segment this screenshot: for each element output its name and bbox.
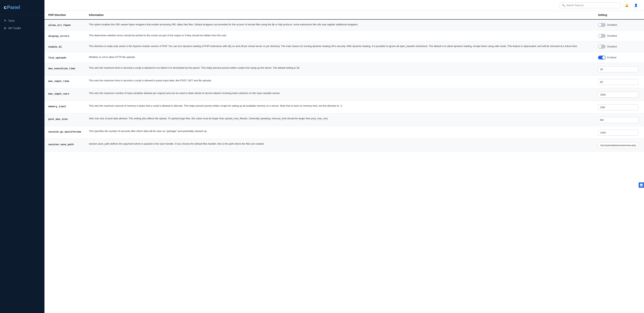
information-cell: This directive is really only useful in … xyxy=(85,41,594,52)
main-content: 🔍 🔔 👤 PHP Directive Information Setting … xyxy=(44,0,644,313)
user-notifications-button[interactable]: 🔔 xyxy=(623,2,630,9)
toggle-thumb xyxy=(598,45,602,48)
directive-cell: max_execution_time xyxy=(44,63,85,76)
php-directives-table: PHP Directive Information Setting allow_… xyxy=(44,11,644,152)
php-settings-content: PHP Directive Information Setting allow_… xyxy=(44,11,644,313)
chart-icon: 📊 xyxy=(640,184,643,187)
information-cell: This sets the maximum amount of memory i… xyxy=(85,101,594,114)
toggle-switch[interactable] xyxy=(598,56,606,60)
table-row: session.gc_maxlifetimeThis specifies the… xyxy=(44,126,644,139)
information-cell: This sets the maximum time in seconds a … xyxy=(85,63,594,76)
tools-icon: ✕ xyxy=(4,19,6,23)
toggle-wrap[interactable]: Disabled xyxy=(598,45,640,49)
directive-cell: session.save_path xyxy=(44,139,85,152)
sidebar-item-tools-label: Tools xyxy=(8,19,14,22)
toggle-wrap[interactable]: Disabled xyxy=(598,23,640,27)
sidebar-logo: c Panel xyxy=(0,0,44,15)
table-row: max_execution_timeThis sets the maximum … xyxy=(44,63,644,76)
sidebar-item-tools[interactable]: ✕ Tools xyxy=(0,17,44,24)
table-row: file_uploadsWhether or not to allow HTTP… xyxy=(44,52,644,63)
directive-cell: max_input_vars xyxy=(44,88,85,101)
directive-cell: session.gc_maxlifetime xyxy=(44,126,85,139)
information-cell: This specifies the number of seconds aft… xyxy=(85,126,594,139)
search-icon: 🔍 xyxy=(562,4,565,7)
setting-cell xyxy=(594,88,644,101)
setting-input[interactable] xyxy=(598,130,638,136)
setting-input[interactable] xyxy=(598,92,638,98)
directive-cell: enable_dl xyxy=(44,41,85,52)
toggle-switch[interactable] xyxy=(598,45,606,49)
setting-input[interactable] xyxy=(598,79,638,85)
information-cell: Whether or not to allow HTTP file upload… xyxy=(85,52,594,63)
toggle-wrap[interactable]: Disabled xyxy=(598,34,640,38)
col-header-setting: Setting xyxy=(594,11,644,19)
toggle-thumb xyxy=(602,56,605,59)
search-input[interactable] xyxy=(566,4,619,7)
information-cell: Sets max size of post data allowed. This… xyxy=(85,114,594,126)
information-cell: session.save_path defines the argument w… xyxy=(85,139,594,152)
table-row: post_max_sizeSets max size of post data … xyxy=(44,114,644,126)
setting-cell xyxy=(594,114,644,126)
sidebar: c Panel ✕ Tools ⊕ WP Toolkit xyxy=(0,0,44,313)
sidebar-item-wp-toolkit[interactable]: ⊕ WP Toolkit xyxy=(0,24,44,32)
table-row: enable_dlThis directive is really only u… xyxy=(44,41,644,52)
directive-cell: display_errors xyxy=(44,30,85,41)
stats-widget[interactable]: 📊 xyxy=(639,182,644,188)
table-row: max_input_timeThis sets the maximum time… xyxy=(44,76,644,88)
wp-toolkit-icon: ⊕ xyxy=(4,26,6,30)
search-box[interactable]: 🔍 xyxy=(560,3,621,8)
setting-input[interactable] xyxy=(598,117,638,123)
toggle-wrap[interactable]: Enabled xyxy=(598,56,640,60)
sidebar-item-wp-toolkit-label: WP Toolkit xyxy=(8,27,21,30)
setting-cell xyxy=(594,139,644,152)
directive-cell: post_max_size xyxy=(44,114,85,126)
table-row: memory_limitThis sets the maximum amount… xyxy=(44,101,644,114)
col-header-information: Information xyxy=(85,11,594,19)
setting-input[interactable] xyxy=(598,142,638,148)
directive-cell: memory_limit xyxy=(44,101,85,114)
information-cell: This determines whether errors should be… xyxy=(85,30,594,41)
table-row: max_input_varsThis sets the maximum numb… xyxy=(44,88,644,101)
toggle-label: Disabled xyxy=(607,34,617,38)
setting-cell: Disabled xyxy=(594,19,644,30)
svg-text:Panel: Panel xyxy=(7,5,20,10)
user-icon: 👤 xyxy=(634,4,638,7)
setting-cell xyxy=(594,76,644,88)
toggle-label: Enabled xyxy=(607,56,616,60)
col-header-directive: PHP Directive xyxy=(44,11,85,19)
toggle-thumb xyxy=(598,24,602,27)
table-row: allow_url_fopenThis option enables the U… xyxy=(44,19,644,30)
toggle-thumb xyxy=(598,34,602,37)
setting-cell xyxy=(594,63,644,76)
setting-cell xyxy=(594,126,644,139)
information-cell: This sets the maximum number of input va… xyxy=(85,88,594,101)
bell-icon: 🔔 xyxy=(625,4,629,7)
setting-cell: Disabled xyxy=(594,30,644,41)
setting-cell: Enabled xyxy=(594,52,644,63)
toggle-label: Disabled xyxy=(607,45,617,49)
table-row: display_errorsThis determines whether er… xyxy=(44,30,644,41)
information-cell: This sets the maximum time in seconds a … xyxy=(85,76,594,88)
table-row: session.save_pathsession.save_path defin… xyxy=(44,139,644,152)
toggle-switch[interactable] xyxy=(598,34,606,38)
information-cell: This option enables the URL-aware fopen … xyxy=(85,19,594,30)
setting-cell xyxy=(594,101,644,114)
directive-cell: file_uploads xyxy=(44,52,85,63)
header: 🔍 🔔 👤 xyxy=(44,0,644,11)
svg-text:c: c xyxy=(4,5,6,10)
sidebar-nav: ✕ Tools ⊕ WP Toolkit xyxy=(0,15,44,34)
setting-input[interactable] xyxy=(598,66,638,72)
toggle-label: Disabled xyxy=(607,23,617,27)
directive-cell: allow_url_fopen xyxy=(44,19,85,30)
user-account-button[interactable]: 👤 xyxy=(632,2,640,9)
directive-cell: max_input_time xyxy=(44,76,85,88)
setting-cell: Disabled xyxy=(594,41,644,52)
toggle-switch[interactable] xyxy=(598,23,606,27)
setting-input[interactable] xyxy=(598,104,638,110)
